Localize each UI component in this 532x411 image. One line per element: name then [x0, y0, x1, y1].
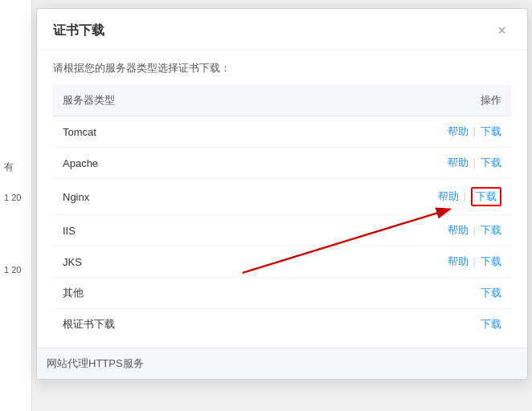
- server-type-table: 服务器类型 操作 Tomcat帮助|下载Apache帮助|下载Nginx帮助|下…: [53, 85, 511, 340]
- op-cell-jks: 帮助|下载: [265, 246, 511, 278]
- modal-title: 证书下载: [53, 22, 104, 39]
- modal-close-button[interactable]: ×: [493, 22, 511, 39]
- download-link-apache[interactable]: 下载: [481, 157, 501, 169]
- op-cell-apache: 帮助|下载: [265, 148, 511, 179]
- modal-body: 请根据您的服务器类型选择证书下载： 服务器类型 操作 Tomcat帮助|下载Ap…: [37, 50, 527, 348]
- modal-description: 请根据您的服务器类型选择证书下载：: [53, 61, 511, 75]
- server-name-root: 根证书下载: [53, 309, 265, 340]
- col-operation: 操作: [265, 85, 511, 116]
- cell-divider: |: [464, 190, 466, 202]
- bg-date-1: 1 20: [4, 193, 21, 202]
- download-link-iis[interactable]: 下载: [481, 224, 501, 236]
- modal-header: 证书下载 ×: [37, 9, 527, 50]
- server-name-tomcat: Tomcat: [53, 116, 265, 148]
- help-link-jks[interactable]: 帮助: [448, 255, 469, 267]
- table-row: 其他下载: [53, 278, 511, 309]
- cell-divider: |: [473, 255, 476, 267]
- op-cell-other: 下载: [265, 278, 511, 309]
- download-link-root[interactable]: 下载: [481, 318, 501, 330]
- download-link-nginx[interactable]: 下载: [471, 187, 501, 206]
- help-link-nginx[interactable]: 帮助: [438, 190, 459, 202]
- download-link-other[interactable]: 下载: [481, 287, 501, 299]
- table-row: Tomcat帮助|下载: [53, 116, 511, 148]
- table-row: 根证书下载下载: [53, 309, 511, 340]
- server-name-iis: IIS: [53, 215, 265, 246]
- op-cell-tomcat: 帮助|下载: [265, 116, 511, 148]
- op-cell-root: 下载: [265, 309, 511, 340]
- col-server-type: 服务器类型: [53, 85, 265, 116]
- server-name-nginx: Nginx: [53, 179, 265, 215]
- help-link-tomcat[interactable]: 帮助: [448, 125, 469, 137]
- table-row: IIS帮助|下载: [53, 215, 511, 246]
- table-header-row: 服务器类型 操作: [53, 85, 511, 116]
- server-name-other: 其他: [53, 278, 265, 309]
- table-row: Nginx帮助|下载: [53, 179, 511, 215]
- server-name-apache: Apache: [53, 148, 265, 179]
- bg-text-1: 有: [4, 161, 14, 174]
- table-row: Apache帮助|下载: [53, 148, 511, 179]
- table-row: JKS帮助|下载: [53, 246, 511, 278]
- download-link-tomcat[interactable]: 下载: [481, 125, 501, 137]
- cell-divider: |: [473, 125, 476, 137]
- download-link-jks[interactable]: 下载: [481, 255, 501, 267]
- certificate-download-modal: 证书下载 × 请根据您的服务器类型选择证书下载： 服务器类型 操作 Tomcat…: [36, 8, 528, 380]
- bg-date-2: 1 20: [4, 265, 21, 275]
- help-link-iis[interactable]: 帮助: [448, 224, 469, 236]
- server-name-jks: JKS: [53, 246, 265, 278]
- op-cell-iis: 帮助|下载: [265, 215, 511, 246]
- cell-divider: |: [473, 224, 476, 236]
- op-cell-nginx: 帮助|下载: [265, 179, 511, 215]
- help-link-apache[interactable]: 帮助: [448, 157, 469, 169]
- cell-divider: |: [473, 157, 476, 169]
- footer-section: 网站代理HTTPS服务: [37, 348, 527, 379]
